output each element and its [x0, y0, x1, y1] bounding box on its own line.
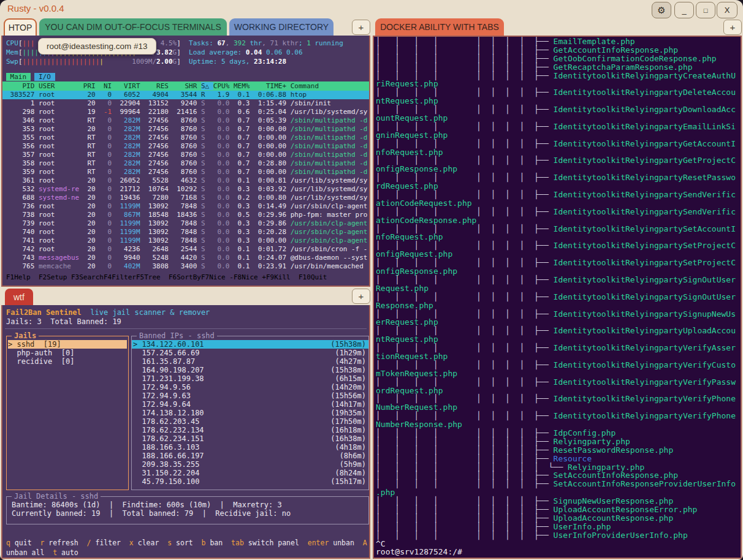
jail-item[interactable]: recidive [0]: [8, 357, 127, 366]
fkey-button-f5[interactable]: Tree: [144, 273, 169, 281]
banned-ip-row[interactable]: 164.90.198.207(15h38m): [132, 366, 368, 374]
ban-remaining-time: (17h50m): [330, 417, 366, 426]
fkey-button-f1[interactable]: Help: [14, 273, 39, 281]
keybinding-line: q quit r refresh / filter x clear s sort…: [2, 538, 369, 548]
column-header-cpu[interactable]: CPU%: [213, 82, 234, 90]
ban-remaining-time: (1h29m): [335, 349, 366, 357]
fkey-button-f8[interactable]: Nice +: [242, 273, 266, 281]
fkey-button-f6[interactable]: SortBy: [177, 273, 201, 281]
process-table-header[interactable]: PID USER PRI NI VIRT RES SHR S△ CPU% MEM…: [2, 81, 369, 91]
banned-ip-row[interactable]: 172.94.9.64(14h17m): [132, 400, 368, 409]
fkey-button-f2[interactable]: Setup: [47, 273, 71, 281]
banned-ip: 174.138.12.180: [133, 409, 204, 417]
column-header-mem[interactable]: MEM%: [234, 82, 254, 90]
new-tab-button-left[interactable]: +: [352, 20, 370, 35]
close-button[interactable]: X: [717, 2, 737, 18]
banned-ip-row[interactable]: > 134.122.60.101(15h38m): [132, 340, 368, 349]
process-row[interactable]: 738 root 20 0 867M 18548 18436 S 0.0 0.5…: [2, 211, 369, 219]
tree-wrapped-line: ntRequest.php: [376, 335, 741, 344]
wtf-tab-bar: wtf +: [1, 287, 370, 305]
column-header-command[interactable]: Command: [291, 82, 319, 90]
settings-button[interactable]: ⚙: [652, 2, 671, 18]
jail-item[interactable]: > sshd [19]: [8, 340, 127, 349]
column-header-pri[interactable]: PRI: [83, 82, 100, 90]
tree-file-line: │ │ │ │ │ │ │ │ ├── SetAccountInfoRespon…: [376, 480, 741, 488]
tab-dim-terminals[interactable]: YOU CAN DIM OUT-OF-FOCUS TERMINALS: [39, 18, 227, 36]
banned-ip-row[interactable]: 178.62.203.45(17h50m): [132, 417, 368, 426]
banned-ip-row[interactable]: 174.138.12.180(19h35m): [132, 409, 368, 417]
new-tab-button-right[interactable]: +: [723, 20, 742, 35]
banned-ip-row[interactable]: 171.231.199.38(6h15m): [132, 374, 368, 383]
column-header-ni[interactable]: NI: [99, 82, 116, 90]
tree-file-line: │ │ │ │ │ │ │ │ ├── EmailTemplate.php: [376, 37, 741, 46]
column-header-res[interactable]: RES: [144, 82, 172, 90]
banned-ip-row[interactable]: 172.94.9.63(15h56m): [132, 392, 368, 400]
process-row[interactable]: 353 root 20 0 282M 27456 8760 S 0.0 0.7 …: [2, 125, 369, 134]
htop-terminal-pane[interactable]: CPU[||| 4.5%] Tasks: 67, 392 thr, 71 kth…: [1, 36, 370, 287]
new-tab-button-wtf[interactable]: +: [352, 289, 370, 304]
process-row[interactable]: 743 messagebus 20 0 9940 5248 4420 S 0.0…: [2, 254, 369, 262]
jail-details-box: Jail Details - sshd Bantime: 86400s (1d)…: [6, 496, 369, 524]
process-row[interactable]: 740 root 20 0 1199M 13092 7848 S 0.0 0.3…: [2, 228, 369, 236]
column-header-shr[interactable]: SHR: [173, 82, 201, 90]
tree-file-line: │ │ │ │ │ │ │ │ ├── ResetPasswordRespons…: [376, 446, 741, 455]
process-row[interactable]: 383527 root 20 0 6052 4904 3544 R 1.9 0.…: [2, 91, 369, 99]
docker-terminal-pane[interactable]: │ │ │ │ │ │ │ │ ├── EmailTemplate.php│ │…: [373, 36, 742, 559]
jail-item[interactable]: php-auth [0]: [8, 349, 127, 357]
maximize-button[interactable]: □: [696, 2, 715, 18]
column-header-virt[interactable]: VIRT: [116, 82, 144, 90]
process-row[interactable]: 739 root 20 0 1199M 13092 7848 S 0.0 0.3…: [2, 219, 369, 228]
jail-details-line: Bantime: 86400s (1d) | Findtime: 600s (1…: [12, 501, 282, 509]
column-header-user[interactable]: USER: [39, 82, 83, 90]
minimize-button[interactable]: _: [674, 2, 694, 18]
banned-ip-row[interactable]: 31.150.22.204(8h24m): [132, 469, 368, 477]
banned-ip: 161.35.87.87: [133, 357, 195, 366]
process-row[interactable]: 298 root 19 -1 99964 22180 21416 S 0.0 0…: [2, 108, 369, 116]
htop-tab-io[interactable]: I/O: [34, 73, 55, 81]
banned-ip-row[interactable]: 188.166.66.197(8h6m): [132, 452, 368, 460]
process-row[interactable]: 355 root RT 0 282M 27456 8760 S 0.0 0.7 …: [2, 134, 369, 142]
fkey-button-f10[interactable]: Quit: [311, 273, 335, 281]
fkey-button-f3[interactable]: Search: [79, 273, 104, 281]
banned-ip-row[interactable]: 188.166.3.103(4h18m): [132, 443, 368, 452]
plus-icon: +: [359, 22, 364, 32]
banned-ip-row[interactable]: 157.245.66.69(1h29m): [132, 349, 368, 357]
banned-ip-row[interactable]: 172.94.9.56(14h20m): [132, 383, 368, 392]
process-row[interactable]: 356 root RT 0 282M 27456 8760 S 0.0 0.7 …: [2, 142, 369, 151]
process-row[interactable]: 357 root RT 0 282M 27456 8760 S 0.0 0.7 …: [2, 151, 369, 159]
banned-ip-row[interactable]: 178.62.234.151(16h38m): [132, 434, 368, 443]
process-row[interactable]: 741 root 20 0 1199M 13092 7848 S 0.0 0.3…: [2, 236, 369, 245]
fkey-button-f9[interactable]: Kill: [274, 273, 299, 281]
banned-ip-row[interactable]: 209.38.35.255(5h9m): [132, 460, 368, 469]
column-header-s[interactable]: S△: [201, 82, 213, 90]
shell-prompt[interactable]: root@srv1287524:/#: [376, 548, 741, 556]
fail2ban-terminal-pane[interactable]: Fail2Ban Sentinel live jail scanner & re…: [1, 305, 370, 559]
tab-docker[interactable]: DOCKER ABILITY WITH TABS: [375, 18, 504, 36]
banned-ip-row[interactable]: 45.79.150.100(15h17m): [132, 477, 368, 486]
banned-ip: 172.94.9.56: [133, 383, 191, 392]
process-row[interactable]: 1 root 20 0 22904 13152 9240 S 0.0 0.3 1…: [2, 99, 369, 108]
process-row[interactable]: 688 systemd-ne 20 0 19436 7280 7168 S 0.…: [2, 194, 369, 202]
process-row[interactable]: 736 root 20 0 1199M 13092 7848 S 0.0 0.3…: [2, 202, 369, 211]
process-row[interactable]: 346 root RT 0 282M 27456 8760 S 0.0 0.7 …: [2, 116, 369, 125]
banned-ip-row[interactable]: 161.35.87.87(4h27m): [132, 357, 368, 366]
tab-working-directory[interactable]: WORKING DIRECTORY: [229, 18, 333, 36]
banned-ip-row[interactable]: 178.62.232.134(16h18m): [132, 426, 368, 434]
plus-icon: +: [359, 291, 364, 301]
interrupt-signal-line: ^C: [376, 540, 741, 548]
tree-file-line: │ │ │ │ │ │ │ │ ├── GetOobConfirmationCo…: [376, 55, 741, 63]
htop-tab-main[interactable]: Main: [6, 73, 31, 81]
process-row[interactable]: 361 root 20 0 26052 5528 4632 S 0.0 0.1 …: [2, 176, 369, 185]
fkey-button-f7[interactable]: Nice -: [209, 273, 234, 281]
fkey-button-f4[interactable]: Filter: [112, 273, 136, 281]
process-row[interactable]: 358 root RT 0 282M 27456 8760 S 0.0 0.7 …: [2, 159, 369, 168]
process-row[interactable]: 532 systemd-re 20 0 21712 10764 10292 S …: [2, 185, 369, 194]
tab-wtf[interactable]: wtf: [5, 289, 33, 305]
banned-ip: 188.166.3.103: [133, 443, 199, 452]
process-row[interactable]: 742 root 20 0 4236 2648 2544 S 0.0 0.1 0…: [2, 245, 369, 254]
column-header-time[interactable]: TIME+: [254, 82, 291, 90]
column-header-pid[interactable]: PID: [6, 82, 39, 90]
process-row[interactable]: 359 root RT 0 282M 27456 8760 S 0.0 0.7 …: [2, 168, 369, 176]
process-row[interactable]: 765 memcache 20 0 402M 3808 3400 S 0.0 0…: [2, 262, 369, 271]
tab-htop[interactable]: HTOP: [4, 18, 37, 36]
